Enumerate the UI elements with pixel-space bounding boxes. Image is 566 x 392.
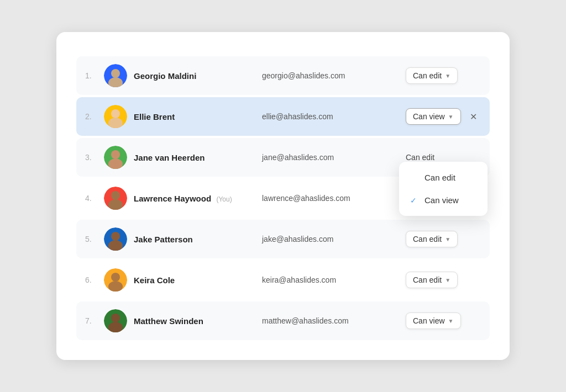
user-email: ellie@ahaslides.com — [262, 112, 406, 121]
role-dropdown-button[interactable]: Can edit ▼ — [406, 67, 458, 84]
chevron-down-icon: ▼ — [448, 318, 454, 324]
table-row: 7. Matthew Swinden matthew@ahaslides.com… — [76, 301, 490, 340]
role-dropdown-button[interactable]: Can edit ▼ — [406, 231, 458, 247]
user-name-cell: 3. Jane van Heerden — [85, 146, 262, 169]
svg-point-1 — [111, 69, 120, 78]
table-row: 5. Jake Patterson jake@ahaslides.com Can… — [76, 220, 490, 258]
role-cell: Can edit — [406, 153, 505, 162]
table-row: 2. Ellie Brent ellie@ahaslides.com Can v… — [76, 97, 490, 136]
role-cell: Can view ▼ — [406, 312, 505, 329]
role-cell: Can edit ▼ — [406, 272, 505, 288]
role-label: Can edit — [406, 153, 434, 162]
chevron-down-icon: ▼ — [445, 277, 450, 283]
chevron-down-icon: ▼ — [445, 236, 450, 242]
chevron-down-icon: ▼ — [445, 73, 450, 79]
user-name: Matthew Swinden — [134, 316, 203, 326]
svg-point-13 — [111, 232, 120, 241]
user-name-cell: 5. Jake Patterson — [85, 227, 262, 251]
user-email: matthew@ahaslides.com — [262, 316, 406, 325]
user-email: lawrence@ahaslides.com — [262, 194, 406, 203]
avatar — [104, 309, 127, 332]
row-number: 2. — [85, 112, 97, 121]
row-number: 4. — [85, 194, 97, 203]
svg-point-7 — [111, 150, 120, 159]
remove-user-button[interactable]: ✕ — [470, 112, 477, 122]
avatar — [104, 64, 127, 87]
dropdown-can-view-label: Can view — [424, 195, 459, 205]
row-number: 3. — [85, 153, 97, 162]
svg-point-19 — [111, 314, 120, 322]
table-row: 1. Georgio Maldini georgio@ahaslides.com… — [76, 56, 490, 95]
user-permissions-card: 1. Georgio Maldini georgio@ahaslides.com… — [56, 32, 510, 360]
row-number: 5. — [85, 235, 97, 243]
user-name: Georgio Maldini — [134, 71, 196, 81]
role-dropdown-button[interactable]: Can view ▼ — [406, 312, 461, 329]
user-name: Keira Cole — [134, 276, 175, 285]
avatar — [104, 227, 127, 251]
dropdown-item-can-edit[interactable]: Can edit — [399, 166, 488, 189]
user-name: Jane van Heerden — [134, 153, 205, 162]
table-header — [76, 50, 490, 56]
user-name: Jake Patterson — [134, 235, 193, 244]
role-cell: Can edit ▼ — [406, 231, 505, 247]
svg-point-16 — [111, 273, 120, 282]
user-name-cell: 2. Ellie Brent — [85, 105, 262, 128]
svg-point-10 — [111, 191, 120, 200]
avatar — [104, 105, 127, 128]
you-badge: (You) — [214, 195, 232, 203]
user-name-cell: 1. Georgio Maldini — [85, 64, 262, 87]
avatar — [104, 268, 127, 292]
role-dropdown-menu: Can edit ✓ Can view — [399, 162, 488, 216]
user-email: jake@ahaslides.com — [262, 235, 406, 243]
dropdown-can-edit-label: Can edit — [424, 173, 455, 182]
role-cell: Can edit ▼ — [406, 67, 505, 84]
chevron-down-icon: ▼ — [448, 114, 454, 120]
user-email: keira@ahaslides.com — [262, 276, 406, 284]
user-email: jane@ahaslides.com — [262, 153, 406, 162]
table-row: 6. Keira Cole keira@ahaslides.com Can ed… — [76, 261, 490, 299]
user-name-cell: 7. Matthew Swinden — [85, 309, 262, 332]
check-icon: ✓ — [410, 196, 419, 205]
role-dropdown-button-active[interactable]: Can view ▼ — [406, 108, 461, 125]
avatar — [104, 146, 127, 169]
avatar — [104, 187, 127, 210]
row-number: 6. — [85, 276, 97, 284]
user-name-cell: 6. Keira Cole — [85, 268, 262, 292]
user-email: georgio@ahaslides.com — [262, 71, 406, 80]
user-name-cell: 4. Lawrence Haywood (You) — [85, 187, 262, 210]
dropdown-item-can-view[interactable]: ✓ Can view — [399, 189, 488, 211]
svg-point-4 — [111, 109, 120, 118]
row-number: 7. — [85, 316, 97, 325]
role-dropdown-button[interactable]: Can edit ▼ — [406, 272, 458, 288]
user-name: Lawrence Haywood (You) — [134, 194, 232, 203]
user-name: Ellie Brent — [134, 112, 175, 121]
row-number: 1. — [85, 71, 97, 80]
role-cell: Can view ▼ ✕ — [406, 108, 505, 125]
